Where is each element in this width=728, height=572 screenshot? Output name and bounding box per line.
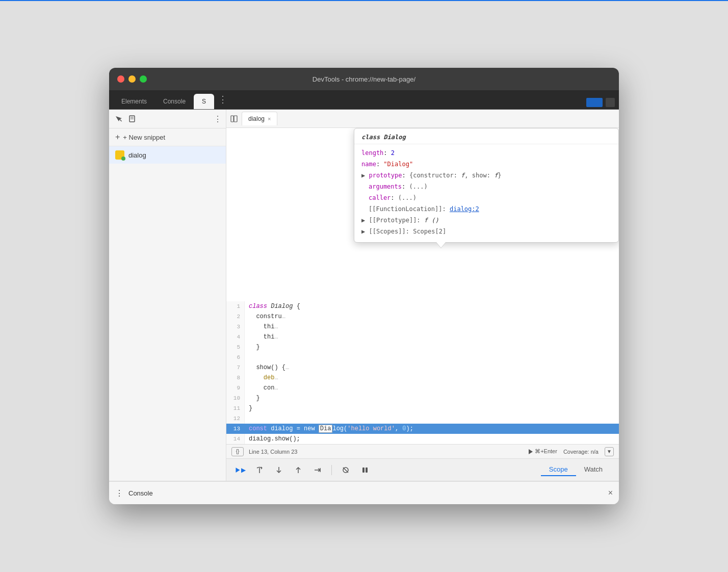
scope-watch-bar: Scope Watch <box>541 463 611 476</box>
tooltip-classname: Dialog <box>383 134 405 141</box>
sidebar-toolbar: ⋮ <box>109 110 226 128</box>
run-triangle-icon <box>529 449 533 454</box>
file-tab-name: dialog <box>248 115 265 122</box>
code-line-4: 4 thi… <box>226 332 619 342</box>
format-button[interactable]: {} <box>231 447 244 456</box>
code-line-3: 3 thi… <box>226 322 619 332</box>
maximize-button[interactable] <box>140 75 147 83</box>
console-close-icon[interactable]: × <box>608 488 613 498</box>
watch-tab[interactable]: Watch <box>576 463 611 476</box>
step-over-button[interactable] <box>254 464 265 476</box>
tooltip-row-arguments: arguments: (...) <box>361 181 611 192</box>
code-line-8: 8 deb… <box>226 373 619 383</box>
tab-control-1[interactable] <box>586 98 603 107</box>
more-tabs-icon[interactable]: ⋮ <box>214 92 231 107</box>
sidebar-toggle-icon[interactable] <box>230 115 238 122</box>
code-line-2: 2 constru… <box>226 311 619 322</box>
main-tab-bar: Elements Console S ⋮ <box>109 90 619 110</box>
sidebar: ⋮ + + New snippet dialog <box>109 110 226 481</box>
snippet-file-icon <box>115 150 124 160</box>
step-button[interactable] <box>312 464 323 476</box>
run-button[interactable]: ⌘+Enter <box>529 448 557 455</box>
main-content: dialog × class Dialog length: 2 <box>226 110 619 481</box>
scope-tab[interactable]: Scope <box>541 463 576 476</box>
tab-elements[interactable]: Elements <box>113 94 155 109</box>
new-snippet-label: + New snippet <box>123 134 165 141</box>
tooltip-keyword: class <box>361 134 383 141</box>
function-location-link[interactable]: dialog:2 <box>450 205 479 213</box>
window-title: DevTools - chrome://new-tab-page/ <box>313 75 415 83</box>
cursor-icon[interactable] <box>113 114 123 124</box>
svg-rect-14 <box>362 467 365 473</box>
code-line-6: 6 <box>226 352 619 362</box>
status-dropdown-icon[interactable]: ▼ <box>605 447 614 456</box>
traffic-lights <box>117 75 147 83</box>
code-line-7: 7 show() {… <box>226 362 619 373</box>
debug-separator <box>331 465 332 475</box>
tooltip-row-scopes[interactable]: ▶ [[Scopes]]: Scopes[2] <box>361 226 611 237</box>
code-line-10: 10 } <box>226 393 619 403</box>
code-line-13: 13 const dialog = new Dialog('hello worl… <box>226 424 619 434</box>
tooltip-row-name: name: "Dialog" <box>361 159 611 170</box>
tab-control-2[interactable] <box>606 98 615 107</box>
file-tab-dialog[interactable]: dialog × <box>242 112 277 125</box>
close-button[interactable] <box>117 75 124 83</box>
pause-button[interactable] <box>359 464 371 476</box>
deactivate-button[interactable] <box>340 464 351 476</box>
status-bar: {} Line 13, Column 23 ⌘+Enter Coverage: … <box>226 444 619 458</box>
code-line-9: 9 con… <box>226 383 619 393</box>
step-out-button[interactable] <box>293 464 304 476</box>
tooltip-row-prototype[interactable]: ▶ prototype: {constructor: f, show: f} <box>361 170 611 181</box>
file-tab-bar: dialog × <box>226 110 619 128</box>
tooltip-body: length: 2 name: "Dialog" ▶ prototype: {c… <box>354 144 618 242</box>
tooltip-header: class Dialog <box>354 128 618 144</box>
new-snippet-button[interactable]: + + New snippet <box>109 128 226 146</box>
snippet-item-dialog[interactable]: dialog <box>109 146 226 164</box>
minimize-button[interactable] <box>128 75 136 83</box>
tab-sources[interactable]: S <box>194 94 214 109</box>
code-editor[interactable]: class Dialog length: 2 name: "Dialog" ▶ … <box>226 128 619 444</box>
code-line-11: 11 } <box>226 403 619 413</box>
run-shortcut: ⌘+Enter <box>535 448 557 455</box>
step-into-button[interactable] <box>273 464 284 476</box>
file-tab-close-icon[interactable]: × <box>268 116 271 122</box>
console-menu-icon[interactable]: ⋮ <box>115 488 123 498</box>
code-line-14: 14 dialog.show(); <box>226 434 619 444</box>
code-lines: 1 class Dialog { 2 constru… 3 thi… 4 thi <box>226 301 619 444</box>
svg-rect-3 <box>231 116 233 122</box>
page-icon[interactable] <box>127 114 138 124</box>
tooltip-popup: class Dialog length: 2 name: "Dialog" ▶ … <box>354 128 619 243</box>
coverage-label: Coverage: n/a <box>563 449 599 455</box>
debug-bar: ▶ <box>226 458 619 481</box>
code-line-1: 1 class Dialog { <box>226 301 619 311</box>
console-bar: ⋮ Console × <box>109 481 619 504</box>
tab-console[interactable]: Console <box>155 94 194 109</box>
tooltip-row-function-location: [[FunctionLocation]]: dialog:2 <box>361 203 611 215</box>
tooltip-row-caller: caller: (...) <box>361 192 611 203</box>
devtools-window: DevTools - chrome://new-tab-page/ Elemen… <box>109 68 619 504</box>
code-line-5: 5 } <box>226 342 619 352</box>
svg-rect-15 <box>366 467 368 473</box>
console-label: Console <box>128 489 153 497</box>
sidebar-more-icon[interactable]: ⋮ <box>214 114 222 124</box>
devtools-body: ⋮ + + New snippet dialog dialog × <box>109 110 619 481</box>
plus-icon: + <box>115 133 120 142</box>
resume-button[interactable]: ▶ <box>235 464 246 476</box>
code-line-12: 12 <box>226 413 619 424</box>
tooltip-row-length: length: 2 <box>361 147 611 159</box>
svg-rect-4 <box>234 116 237 122</box>
status-right: ⌘+Enter Coverage: n/a ▼ <box>529 447 614 456</box>
cursor-position: Line 13, Column 23 <box>249 449 297 455</box>
tooltip-arrow-inner <box>436 242 446 248</box>
tooltip-row-proto-chain[interactable]: ▶ [[Prototype]]: f () <box>361 215 611 226</box>
title-bar: DevTools - chrome://new-tab-page/ <box>109 68 619 90</box>
snippet-item-label: dialog <box>128 151 146 159</box>
